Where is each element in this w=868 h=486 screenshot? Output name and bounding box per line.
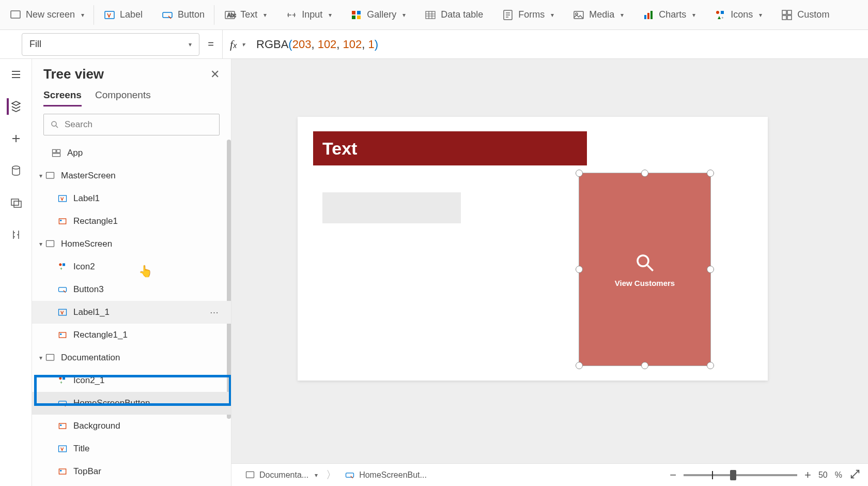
chevron-down-icon[interactable]: ▾ [37, 240, 44, 248]
chevron-down-icon: ▾ [621, 11, 624, 19]
more-options-button[interactable]: ⋯ [210, 398, 220, 409]
tree-node-label1[interactable]: Label1 [32, 187, 231, 210]
tree-node-icon2-1[interactable]: + Icon2_1 [32, 369, 231, 392]
input-button[interactable]: Input ▾ [276, 0, 341, 29]
search-icon [50, 120, 59, 129]
svg-rect-9 [426, 11, 435, 19]
text-button[interactable]: Abc Text ▾ [214, 0, 276, 29]
formula-input[interactable]: RGBA(203, 102, 102, 1) [250, 38, 868, 51]
tree-node-icon2[interactable]: + Icon2 [32, 255, 231, 278]
svg-rect-20 [787, 10, 792, 14]
slider-thumb[interactable] [730, 470, 736, 480]
custom-button[interactable]: Custom [771, 0, 839, 29]
canvas-placeholder-box[interactable] [322, 192, 461, 223]
forms-label: Forms [518, 9, 545, 20]
svg-rect-47 [59, 423, 66, 429]
svg-rect-50 [59, 469, 66, 474]
gallery-button[interactable]: Gallery ▾ [341, 0, 415, 29]
components-tab[interactable]: Components [95, 89, 151, 107]
svg-rect-5 [352, 11, 355, 14]
zoom-in-button[interactable]: + [804, 468, 811, 482]
tree-node-masterscreen[interactable]: ▾ MasterScreen [32, 164, 231, 187]
text-icon: Abc [224, 9, 236, 21]
svg-rect-21 [782, 16, 786, 20]
svg-rect-29 [53, 154, 60, 157]
tree-node-documentation[interactable]: ▾ Documentation [32, 346, 231, 369]
svg-point-26 [52, 122, 56, 126]
new-screen-button[interactable]: New screen ▾ [0, 0, 94, 29]
chevron-down-icon: ▾ [81, 11, 84, 19]
canvas-selected-button[interactable]: View Customers [579, 173, 711, 366]
rectangle-icon [57, 216, 68, 227]
button-icon [57, 284, 68, 295]
tree-node-background[interactable]: Background [32, 415, 231, 437]
breadcrumb-screen[interactable]: Documenta... ▾ [239, 470, 324, 480]
tree-node-label1-1[interactable]: Label1_1 ⋯ [32, 301, 231, 324]
more-options-button[interactable]: ⋯ [210, 307, 220, 318]
tree-node-app[interactable]: App [32, 142, 231, 164]
button-text: Button [178, 9, 205, 20]
tree-node-homescreenbutton[interactable]: HomeScreenButton ⋯ [32, 392, 231, 415]
screen-icon [245, 470, 255, 480]
hamburger-button[interactable] [7, 66, 25, 83]
fullscreen-button[interactable] [849, 468, 861, 482]
resize-handle[interactable] [576, 266, 583, 273]
tree-node-homescreen[interactable]: ▾ HomeScreen [32, 233, 231, 255]
forms-button[interactable]: Forms ▾ [492, 0, 563, 29]
tools-rail-button[interactable] [7, 226, 25, 243]
label-text: Label [120, 9, 143, 20]
zoom-controls: − + 50 % [670, 468, 861, 482]
svg-text:+: + [60, 380, 63, 385]
tree-node-rectangle1[interactable]: Rectangle1 [32, 210, 231, 233]
breadcrumb-element[interactable]: HomeScreenBut... [338, 470, 433, 480]
tree-node-topbar[interactable]: TopBar [32, 460, 231, 483]
tree-search-input[interactable]: Search [43, 114, 220, 135]
media-rail-button[interactable] [7, 194, 25, 211]
insert-rail-button[interactable] [7, 130, 25, 147]
zoom-slider[interactable] [684, 474, 797, 476]
label-button[interactable]: Label [94, 0, 152, 29]
app-icon [51, 147, 62, 159]
resize-handle[interactable] [576, 170, 583, 177]
screen-canvas[interactable]: Text View Customers [298, 117, 768, 381]
gallery-icon [350, 9, 363, 21]
main-area: Tree view ✕ Screens Components Search Ap… [0, 59, 868, 486]
property-selector[interactable]: Fill ▾ [22, 33, 199, 56]
chevron-down-icon[interactable]: ▾ [37, 354, 44, 361]
svg-rect-54 [346, 473, 354, 477]
media-button[interactable]: Media ▾ [563, 0, 633, 29]
resize-handle[interactable] [641, 362, 648, 369]
svg-point-16 [716, 11, 719, 14]
close-panel-button[interactable]: ✕ [210, 68, 220, 81]
tree-node-button3[interactable]: Button3 [32, 278, 231, 301]
chevron-down-icon[interactable]: ▾ [37, 172, 44, 179]
datatable-button[interactable]: Data table [415, 0, 492, 29]
screen-icon [44, 352, 56, 363]
resize-handle[interactable] [641, 170, 648, 177]
svg-rect-2 [163, 12, 172, 18]
resize-handle[interactable] [576, 362, 583, 369]
svg-point-52 [638, 255, 648, 266]
resize-handle[interactable] [707, 266, 714, 273]
canvas-header-bar[interactable]: Text [313, 131, 587, 165]
svg-rect-7 [352, 16, 355, 19]
resize-handle[interactable] [707, 362, 714, 369]
custom-icon [781, 9, 793, 21]
data-rail-button[interactable] [7, 162, 25, 179]
zoom-out-button[interactable]: − [670, 468, 676, 482]
svg-rect-27 [53, 149, 56, 153]
svg-rect-19 [782, 10, 786, 14]
svg-point-35 [59, 263, 61, 266]
button-button[interactable]: Button [152, 0, 214, 29]
magnifier-icon [634, 252, 656, 274]
custom-label: Custom [797, 9, 829, 20]
svg-rect-38 [59, 287, 67, 292]
resize-handle[interactable] [707, 170, 714, 177]
tree-node-title[interactable]: Title [32, 437, 231, 460]
tree-view-rail-button[interactable] [7, 98, 25, 115]
icons-button[interactable]: + Icons ▾ [705, 0, 771, 29]
charts-button[interactable]: Charts ▾ [633, 0, 705, 29]
tree-node-rectangle1-1[interactable]: Rectangle1_1 [32, 324, 231, 346]
screens-tab[interactable]: Screens [43, 89, 82, 107]
fx-button[interactable]: fx▾ [222, 30, 250, 58]
